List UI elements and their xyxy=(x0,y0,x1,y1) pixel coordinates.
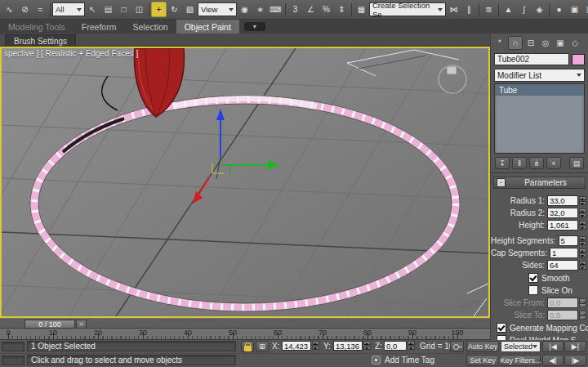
mini-listener[interactable] xyxy=(2,356,24,365)
set-key-button[interactable]: Set Key xyxy=(466,355,499,366)
generate-mapping-checkbox[interactable] xyxy=(497,323,506,333)
motion-tab-icon[interactable]: ◎ xyxy=(539,37,552,49)
spinner-up[interactable] xyxy=(579,248,586,253)
spinner-down[interactable] xyxy=(579,241,586,245)
hierarchy-tab-icon[interactable]: ⊟ xyxy=(524,37,537,49)
spinner-down[interactable] xyxy=(579,253,586,257)
cap-segments-field[interactable]: 1 xyxy=(550,248,578,258)
spinner-up[interactable] xyxy=(408,341,415,345)
render-setup-icon[interactable]: ▣ xyxy=(567,2,582,17)
spinner-up[interactable] xyxy=(579,261,586,265)
utilities-tab-icon[interactable]: ◇ xyxy=(568,37,581,49)
rendered-frame-window-icon[interactable]: ▥ xyxy=(582,2,588,17)
previous-frame-button[interactable]: ◀| xyxy=(542,355,564,366)
viewport-canvas[interactable] xyxy=(2,48,488,316)
keyboard-override-icon[interactable]: ⌨ xyxy=(268,2,283,17)
select-by-name-icon[interactable]: ▤ xyxy=(100,2,116,17)
rectangular-selection-region-icon[interactable]: □ xyxy=(116,2,131,17)
radius1-field[interactable]: 33,0 xyxy=(547,195,578,206)
radius2-field[interactable]: 32,0 xyxy=(547,208,578,218)
select-and-scale-icon[interactable]: ▧ xyxy=(182,2,198,17)
height-segments-field[interactable]: 5 xyxy=(559,235,579,246)
absolute-mode-toggle[interactable]: ⊞ xyxy=(256,341,269,352)
mirror-icon[interactable]: ⋈ xyxy=(446,2,461,17)
modifier-stack[interactable]: Tube xyxy=(494,83,585,154)
modify-tab-icon[interactable]: ∩ xyxy=(508,36,523,50)
y-coordinate-field[interactable]: 13,136 xyxy=(333,341,363,351)
percent-snap-icon[interactable]: % xyxy=(318,2,334,17)
select-object-icon[interactable]: ↖ xyxy=(85,2,100,17)
selection-filter-dropdown[interactable]: All xyxy=(52,2,85,16)
spinner-up[interactable] xyxy=(579,196,586,200)
spinner-up[interactable] xyxy=(579,236,586,240)
show-end-result-icon[interactable]: ‖ xyxy=(512,157,527,169)
spinner-down[interactable] xyxy=(579,213,586,217)
spinner-up[interactable] xyxy=(579,208,586,213)
select-and-move-icon[interactable]: + xyxy=(151,2,167,17)
auto-key-button[interactable]: Auto Key xyxy=(466,341,499,352)
previous-key-button[interactable]: |◀ xyxy=(542,341,564,352)
z-coordinate-field[interactable]: 0,0 xyxy=(384,341,407,351)
tab-brush-settings[interactable]: Brush Settings xyxy=(5,34,76,47)
schematic-view-icon[interactable]: ◈ xyxy=(532,2,547,17)
key-filter-set-dropdown[interactable]: Selected xyxy=(501,341,541,352)
perspective-viewport[interactable]: spective ] [ Realistic + Edged Faces ] xyxy=(0,47,490,318)
key-filters-button[interactable]: Key Filters... xyxy=(501,355,541,366)
mini-listener[interactable] xyxy=(2,342,24,351)
set-keys-button[interactable] xyxy=(450,341,464,352)
sides-field[interactable]: 64 xyxy=(547,260,578,271)
align-icon[interactable]: ∥ xyxy=(461,2,477,17)
time-slider-handle[interactable]: 0 / 100 xyxy=(24,320,75,329)
angle-snap-icon[interactable]: ∠ xyxy=(303,2,318,17)
tab-modeling-tools[interactable]: Modeling Tools xyxy=(0,20,74,34)
curve-editor-icon[interactable]: ∫ xyxy=(516,2,532,17)
spinner-down[interactable] xyxy=(312,346,319,350)
next-frame-button[interactable]: |▶ xyxy=(564,355,586,366)
parameters-rollout-header[interactable]: - Parameters xyxy=(493,177,586,189)
time-slider-advance-button[interactable]: > xyxy=(76,320,87,329)
spinner-up[interactable] xyxy=(312,341,319,345)
reference-coordinate-system-dropdown[interactable]: View xyxy=(198,2,237,16)
tab-selection[interactable]: Selection xyxy=(124,20,176,34)
spinner-down[interactable] xyxy=(579,201,586,205)
height-field[interactable]: 1,061 xyxy=(547,220,578,230)
spinner-up[interactable] xyxy=(579,221,586,225)
display-tab-icon[interactable]: ▣ xyxy=(554,37,567,49)
spinner-snap-icon[interactable]: ⇕ xyxy=(334,2,350,17)
bind-space-warp-icon[interactable]: ≈ xyxy=(33,2,48,17)
spinner-down[interactable] xyxy=(408,346,415,350)
select-and-rotate-icon[interactable]: ↻ xyxy=(167,2,182,17)
tab-freeform[interactable]: Freeform xyxy=(74,20,125,34)
configure-modifier-sets-icon[interactable]: ▤ xyxy=(569,157,584,169)
ribbon-options-button[interactable]: ▾ xyxy=(244,22,265,31)
select-and-manipulate-icon[interactable]: ∗ xyxy=(252,2,268,17)
slice-on-checkbox[interactable] xyxy=(528,285,538,295)
pin-stack-icon[interactable]: ↧ xyxy=(495,157,510,169)
material-editor-icon[interactable]: ● xyxy=(551,2,567,17)
edit-named-selection-sets-icon[interactable]: ▦ xyxy=(354,2,369,17)
x-coordinate-field[interactable]: 14,423 xyxy=(282,341,311,351)
make-unique-icon[interactable]: ⋔ xyxy=(529,157,544,169)
spinner-down[interactable] xyxy=(363,346,371,350)
tab-object-paint[interactable]: Object Paint xyxy=(176,20,239,34)
graphite-ribbon-toggle-icon[interactable]: ▲ xyxy=(501,2,516,17)
unlink-selection-icon[interactable]: ⊘ xyxy=(17,2,33,17)
smooth-checkbox[interactable] xyxy=(528,273,538,283)
selection-lock-toggle[interactable] xyxy=(241,341,254,352)
stack-item-tube[interactable]: Tube xyxy=(495,84,584,96)
spinner-down[interactable] xyxy=(579,266,586,270)
spinner-down[interactable] xyxy=(579,226,586,230)
modifier-list-dropdown[interactable]: Modifier List xyxy=(494,69,585,82)
next-key-button[interactable]: ▶| xyxy=(564,341,586,352)
spinner-up[interactable] xyxy=(363,341,371,345)
object-name-field[interactable]: Tube002 xyxy=(494,53,569,65)
layer-manager-icon[interactable]: ≣ xyxy=(481,2,497,17)
time-slider[interactable]: 0 / 100 > xyxy=(0,318,490,329)
track-bar[interactable]: 0 10 20 30 40 50 60 70 80 90 100 xyxy=(0,329,490,340)
window-crossing-icon[interactable]: ◫ xyxy=(131,2,147,17)
snap-toggle-3d-icon[interactable]: 3 xyxy=(287,2,303,17)
named-selection-sets-field[interactable]: Create Selection Se xyxy=(369,2,446,16)
select-and-link-icon[interactable]: ∿ xyxy=(2,2,17,17)
remove-modifier-icon[interactable]: × xyxy=(546,157,561,169)
create-tab-icon[interactable]: * xyxy=(493,37,506,49)
